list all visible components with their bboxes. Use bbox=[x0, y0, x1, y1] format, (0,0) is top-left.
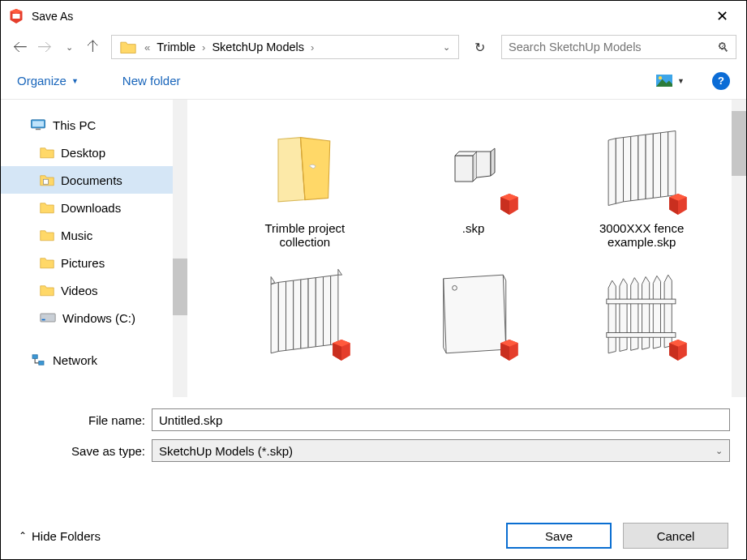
window-title: Save As bbox=[32, 10, 706, 23]
tree-item-music[interactable]: Music bbox=[1, 221, 187, 249]
file-item-fence3[interactable] bbox=[401, 262, 546, 397]
caret-down-icon: ▼ bbox=[71, 77, 79, 85]
title-bar: Save As ✕ bbox=[1, 1, 746, 32]
search-input[interactable] bbox=[509, 41, 717, 53]
tree-label: Windows (C:) bbox=[62, 311, 135, 325]
folder-icon bbox=[120, 40, 136, 54]
tree-label: Downloads bbox=[61, 201, 121, 215]
file-label: .skp bbox=[462, 221, 485, 254]
pc-icon bbox=[30, 119, 46, 130]
tree-item-documents[interactable]: Documents bbox=[1, 166, 187, 194]
save-button[interactable]: Save bbox=[506, 523, 612, 549]
file-item-fence4[interactable] bbox=[569, 262, 714, 397]
breadcrumb-item[interactable]: Trimble bbox=[153, 39, 199, 55]
help-button[interactable]: ? bbox=[712, 72, 730, 90]
organize-label: Organize bbox=[17, 74, 67, 88]
svg-rect-3 bbox=[32, 121, 44, 126]
search-box[interactable]: 🔍︎ bbox=[501, 35, 736, 59]
tree-item-pictures[interactable]: Pictures bbox=[1, 249, 187, 276]
skp-badge-icon bbox=[668, 194, 689, 215]
cancel-button[interactable]: Cancel bbox=[623, 523, 728, 549]
tree-label: Desktop bbox=[61, 146, 105, 160]
sketchup-app-icon bbox=[9, 9, 24, 24]
svg-point-1 bbox=[659, 76, 662, 79]
filetype-value: SketchUp Models (*.skp) bbox=[159, 444, 293, 458]
tree-item-desktop[interactable]: Desktop bbox=[1, 139, 187, 166]
svg-rect-6 bbox=[41, 314, 55, 322]
filename-input[interactable] bbox=[152, 408, 730, 431]
file-item-fence1[interactable]: 3000XXX fence example.skp bbox=[569, 116, 714, 254]
drive-icon bbox=[40, 312, 56, 323]
file-item-fence2[interactable] bbox=[233, 262, 377, 397]
address-bar[interactable]: « Trimble › SketchUp Models › ⌄ bbox=[111, 35, 459, 59]
forward-button[interactable]: 🡢 bbox=[35, 37, 54, 57]
refresh-button[interactable]: ↻ bbox=[467, 35, 492, 59]
navigation-bar: 🡠 🡢 ⌄ 🡡 « Trimble › SketchUp Models › ⌄ … bbox=[1, 32, 746, 62]
skp-thumbnail bbox=[421, 116, 525, 220]
content-area: This PC Desktop Documents Downloads Musi… bbox=[1, 100, 746, 397]
cancel-label: Cancel bbox=[657, 529, 695, 543]
file-item-skp[interactable]: .skp bbox=[401, 116, 546, 254]
chevron-right-icon: › bbox=[202, 41, 205, 53]
sidebar: This PC Desktop Documents Downloads Musi… bbox=[1, 100, 187, 397]
sidebar-scrollbar-thumb[interactable] bbox=[173, 259, 187, 315]
folder-icon bbox=[40, 146, 54, 159]
hide-folders-label: Hide Folders bbox=[32, 529, 101, 543]
files-area: Trimble project collection .skp bbox=[187, 100, 746, 397]
tree-item-downloads[interactable]: Downloads bbox=[1, 194, 187, 221]
breadcrumb-root-icon: « bbox=[144, 41, 150, 53]
tree-item-windows-c[interactable]: Windows (C:) bbox=[1, 304, 187, 331]
view-menu[interactable]: ▼ bbox=[656, 75, 685, 87]
organize-menu[interactable]: Organize ▼ bbox=[17, 74, 79, 88]
network-icon bbox=[30, 354, 46, 365]
close-button[interactable]: ✕ bbox=[706, 7, 738, 25]
svg-rect-4 bbox=[36, 129, 41, 130]
address-dropdown-icon[interactable]: ⌄ bbox=[443, 42, 450, 53]
toolbar: Organize ▼ New folder ▼ ? bbox=[1, 62, 746, 100]
form-area: File name: Save as type: SketchUp Models… bbox=[1, 397, 746, 462]
search-icon[interactable]: 🔍︎ bbox=[717, 41, 729, 54]
image-icon bbox=[656, 75, 672, 87]
fence-panel-thumbnail bbox=[421, 262, 525, 365]
svg-rect-14 bbox=[606, 332, 675, 337]
chevron-down-icon: ⌄ bbox=[715, 446, 723, 456]
recent-dropdown[interactable]: ⌄ bbox=[59, 37, 79, 57]
skp-badge-icon bbox=[331, 340, 352, 361]
back-button[interactable]: 🡠 bbox=[11, 37, 30, 57]
svg-rect-13 bbox=[606, 299, 675, 304]
up-button[interactable]: 🡡 bbox=[84, 37, 103, 57]
documents-icon bbox=[40, 173, 54, 186]
caret-down-icon: ▼ bbox=[677, 77, 685, 85]
tree-item-videos[interactable]: Videos bbox=[1, 276, 187, 304]
tree-label: Network bbox=[53, 353, 97, 367]
footer: ⌃ Hide Folders Save Cancel bbox=[1, 512, 746, 559]
file-label: Trimble project collection bbox=[244, 221, 366, 254]
save-label: Save bbox=[545, 529, 573, 543]
file-label: 3000XXX fence example.skp bbox=[581, 221, 702, 254]
tree-label: Videos bbox=[61, 284, 98, 297]
picket-fence-thumbnail bbox=[590, 262, 693, 365]
folder-icon bbox=[40, 201, 54, 214]
tree-label: Documents bbox=[61, 173, 122, 187]
chevron-up-icon: ⌃ bbox=[19, 530, 27, 541]
tree-label: Pictures bbox=[61, 256, 105, 270]
new-folder-label: New folder bbox=[122, 74, 181, 88]
svg-rect-5 bbox=[44, 179, 49, 184]
svg-rect-9 bbox=[39, 361, 44, 365]
tree-label: Music bbox=[61, 229, 92, 242]
svg-rect-7 bbox=[42, 319, 45, 321]
breadcrumb-item[interactable]: SketchUp Models bbox=[208, 39, 307, 55]
hide-folders-button[interactable]: ⌃ Hide Folders bbox=[19, 529, 101, 543]
chevron-right-icon: › bbox=[311, 41, 314, 53]
fence-thumbnail bbox=[590, 116, 693, 220]
new-folder-button[interactable]: New folder bbox=[122, 74, 181, 88]
skp-badge-icon bbox=[499, 194, 520, 215]
tree-item-network[interactable]: Network bbox=[1, 346, 187, 374]
filetype-select[interactable]: SketchUp Models (*.skp) ⌄ bbox=[152, 439, 730, 462]
file-item-folder[interactable]: Trimble project collection bbox=[233, 116, 377, 254]
fence-thumbnail bbox=[253, 262, 357, 365]
sidebar-scrollbar-track[interactable] bbox=[173, 100, 187, 397]
files-scrollbar-thumb[interactable] bbox=[732, 111, 746, 176]
tree-item-this-pc[interactable]: This PC bbox=[1, 111, 187, 139]
folder-icon bbox=[40, 229, 54, 242]
